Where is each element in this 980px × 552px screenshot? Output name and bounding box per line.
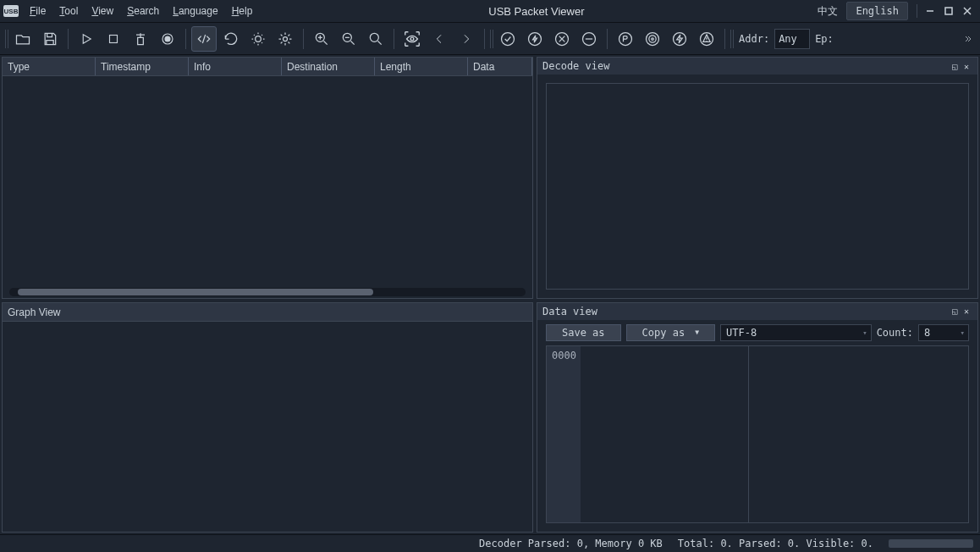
minimize-button[interactable] [921, 2, 939, 20]
svg-point-6 [165, 36, 170, 41]
window-controls [921, 2, 977, 20]
maximize-button[interactable] [939, 2, 958, 20]
graph-view-panel: Graph View [2, 302, 533, 533]
data-view-panel: Data view ◱ ✕ Save as Copy as▼ UTF-8 Cou… [537, 302, 978, 533]
next-icon[interactable] [454, 26, 479, 52]
window-title: USB Packet Viewer [258, 5, 814, 18]
x-circle-icon[interactable] [549, 26, 575, 52]
right-column: Decode view ◱ ✕ Data view ◱ ✕ Save as Co… [537, 57, 978, 533]
hex-dump-left[interactable]: 0000 [546, 345, 749, 523]
menu-tool[interactable]: Tool [53, 2, 84, 20]
svg-line-10 [324, 41, 328, 44]
graph-view-body[interactable] [3, 322, 532, 532]
save-icon[interactable] [37, 26, 63, 52]
status-decoder: Decoder Parsed: 0, Memory 0 KB [479, 538, 663, 549]
col-info[interactable]: Info [189, 58, 282, 75]
separator [68, 29, 69, 49]
record-icon[interactable] [155, 26, 180, 52]
hex-dump-right[interactable] [749, 345, 969, 523]
graph-view-title: Graph View [3, 303, 532, 322]
close-button[interactable] [958, 2, 977, 20]
overflow-icon[interactable] [960, 26, 975, 52]
col-data[interactable]: Data [468, 58, 532, 75]
packet-list-panel: Type Timestamp Info Destination Length D… [2, 57, 533, 299]
bolt-circle-icon[interactable] [522, 26, 548, 52]
eye-focus-icon[interactable] [399, 26, 425, 52]
play-icon[interactable] [74, 26, 99, 52]
undo-icon[interactable] [218, 26, 244, 52]
svg-rect-1 [945, 8, 952, 14]
settings-icon[interactable] [273, 26, 298, 52]
horizontal-scrollbar[interactable] [9, 288, 526, 296]
svg-point-18 [410, 37, 414, 41]
language-switch: 中文 English [814, 2, 908, 20]
packet-table-body[interactable] [3, 76, 532, 298]
menu-file[interactable]: File [24, 2, 52, 20]
prev-icon[interactable] [427, 26, 452, 52]
ep-label: Ep: [815, 33, 834, 45]
col-destination[interactable]: Destination [282, 58, 375, 75]
close-panel-icon[interactable]: ✕ [961, 60, 972, 72]
svg-point-8 [284, 36, 288, 41]
save-as-button[interactable]: Save as [546, 324, 621, 341]
encoding-select[interactable]: UTF-8 [720, 324, 872, 341]
close-panel-icon[interactable]: ✕ [961, 306, 972, 317]
check-circle-icon[interactable] [495, 26, 520, 52]
target-icon[interactable] [640, 26, 665, 52]
count-label: Count: [877, 327, 913, 339]
count-select[interactable]: 8 [918, 324, 969, 341]
packet-table-header: Type Timestamp Info Destination Length D… [3, 58, 532, 76]
zoom-out-icon[interactable] [336, 26, 361, 52]
col-length[interactable]: Length [375, 58, 468, 75]
svg-point-27 [652, 37, 654, 40]
app-icon: USB [3, 5, 19, 17]
open-file-icon[interactable] [10, 26, 36, 52]
lightbulb-icon[interactable] [245, 26, 271, 52]
filter-p-icon[interactable] [613, 26, 638, 52]
chip-icon[interactable] [128, 26, 153, 52]
zoom-in-icon[interactable] [309, 26, 334, 52]
stop-icon[interactable] [101, 26, 126, 52]
data-view-title: Data view [542, 306, 597, 317]
main-area: Type Timestamp Info Destination Length D… [0, 55, 980, 534]
svg-line-14 [351, 41, 355, 44]
menu-search[interactable]: Search [121, 2, 165, 20]
main-menu: File Tool View Search Language Help [24, 2, 258, 20]
search-icon[interactable] [363, 26, 388, 52]
menu-language[interactable]: Language [167, 2, 223, 20]
code-icon[interactable] [191, 26, 217, 52]
decode-content[interactable] [546, 83, 969, 290]
toolbar: Addr: Ep: [0, 23, 980, 55]
scrollbar-thumb[interactable] [18, 289, 373, 295]
col-type[interactable]: Type [3, 58, 96, 75]
statusbar: Decoder Parsed: 0, Memory 0 KB Total: 0.… [0, 534, 980, 552]
minus-circle-icon[interactable] [576, 26, 602, 52]
separator [303, 29, 304, 49]
data-view-body: 0000 [537, 345, 977, 532]
lang-chinese[interactable]: 中文 [814, 3, 841, 20]
svg-point-20 [529, 32, 542, 45]
grip [5, 30, 8, 48]
bolt-icon[interactable] [667, 26, 692, 52]
offset-column: 0000 [547, 346, 581, 522]
svg-point-7 [256, 36, 262, 41]
svg-point-25 [647, 32, 659, 45]
svg-point-28 [674, 32, 686, 45]
decode-view-title: Decode view [542, 60, 609, 72]
col-timestamp[interactable]: Timestamp [96, 58, 189, 75]
left-column: Type Timestamp Info Destination Length D… [2, 57, 533, 533]
titlebar: USB File Tool View Search Language Help … [0, 0, 980, 23]
lang-english[interactable]: English [846, 2, 908, 20]
decode-view-header: Decode view ◱ ✕ [537, 58, 977, 75]
copy-as-button[interactable]: Copy as▼ [626, 324, 715, 341]
popout-icon[interactable]: ◱ [949, 60, 961, 72]
warning-circle-icon[interactable] [694, 26, 719, 52]
menu-view[interactable]: View [85, 2, 119, 20]
popout-icon[interactable]: ◱ [949, 306, 961, 317]
separator [607, 29, 608, 49]
decode-view-body [537, 75, 977, 298]
addr-input[interactable] [774, 29, 810, 49]
decode-view-panel: Decode view ◱ ✕ [537, 57, 978, 299]
menu-help[interactable]: Help [226, 2, 259, 20]
status-totals: Total: 0. Parsed: 0. Visible: 0. [678, 538, 873, 549]
